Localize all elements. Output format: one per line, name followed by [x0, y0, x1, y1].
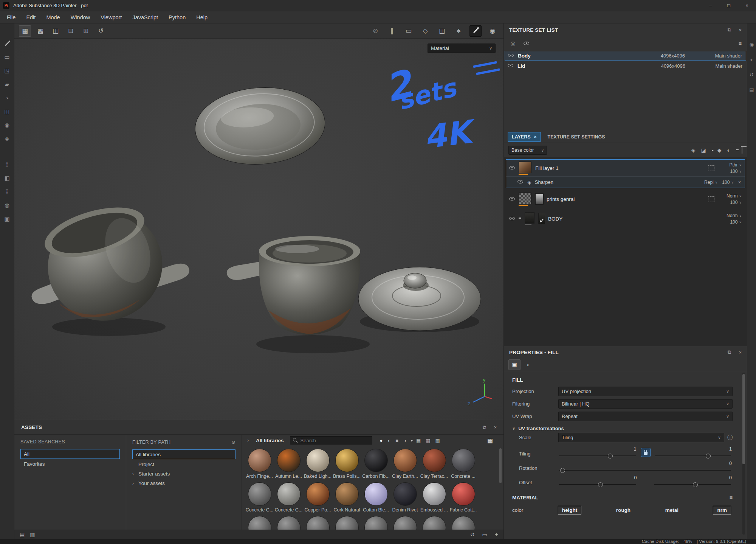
- close-panel-icon[interactable]: ×: [739, 27, 742, 33]
- blend-mode-dropdown[interactable]: Pthr∨: [729, 162, 742, 168]
- viewport-3d-scene[interactable]: 2 sets 4K y z: [14, 39, 503, 420]
- group-mini-thumbnail[interactable]: [538, 213, 545, 224]
- material-sphere-thumb[interactable]: [364, 516, 388, 530]
- material-sphere-thumb[interactable]: [277, 516, 301, 530]
- path-your-assets[interactable]: › Your assets: [132, 479, 235, 488]
- asset-tile[interactable]: Baked Ligh...: [303, 446, 332, 480]
- tiling-slider-x[interactable]: 1: [558, 446, 637, 460]
- tab-texture-set-settings[interactable]: TEXTURE SET SETTINGS: [542, 134, 610, 140]
- filter-smart-materials-icon[interactable]: ◐: [387, 438, 390, 443]
- opacity-dropdown[interactable]: 100∨: [730, 219, 742, 225]
- material-sphere-thumb[interactable]: [335, 482, 359, 506]
- path-project[interactable]: Project: [132, 460, 235, 469]
- paint-brush-tool-icon[interactable]: [3, 40, 11, 47]
- texture-set-row-lid[interactable]: Lid 4096x4096 Main shader: [505, 61, 746, 71]
- material-sphere-thumb[interactable]: [277, 482, 301, 506]
- eye-icon[interactable]: [508, 53, 514, 58]
- uv-wrap-dropdown[interactable]: Repeat ∨: [558, 412, 733, 421]
- detail-view-icon[interactable]: ▥: [30, 532, 35, 538]
- tiling-slider-y[interactable]: 1: [654, 446, 733, 460]
- material-sphere-thumb[interactable]: [423, 449, 446, 472]
- list-view-icon[interactable]: ▤: [20, 532, 25, 538]
- slider-track[interactable]: [655, 455, 731, 456]
- channel-height-button[interactable]: height: [558, 506, 582, 514]
- menu-item-window[interactable]: Window: [65, 11, 96, 23]
- layer-row-fill-layer-1[interactable]: Fill layer 1 Pthr∨ 100∨: [506, 160, 745, 176]
- open-folder-icon[interactable]: ▭: [482, 532, 487, 538]
- menu-item-help[interactable]: Help: [191, 11, 213, 23]
- close-panel-icon[interactable]: ×: [739, 350, 742, 355]
- slider-track[interactable]: [559, 470, 731, 471]
- material-picker-tool-icon[interactable]: ◉: [3, 122, 11, 129]
- show-all-sets-icon[interactable]: ◎: [509, 40, 517, 47]
- asset-tile[interactable]: Denim Rivet: [390, 480, 420, 513]
- tab-close-icon[interactable]: ×: [534, 134, 537, 140]
- asset-tile[interactable]: Carbon Fib...: [361, 446, 390, 480]
- eye-icon[interactable]: [509, 197, 516, 202]
- menu-item-python[interactable]: Python: [163, 11, 191, 23]
- asset-tile[interactable]: Concrete C...: [274, 480, 303, 513]
- eye-icon[interactable]: [509, 166, 516, 171]
- screen-capture-icon[interactable]: ◉: [487, 26, 498, 36]
- particles-icon[interactable]: ∗: [453, 26, 464, 36]
- slider-track[interactable]: [559, 455, 636, 456]
- annotate-brush-icon[interactable]: [469, 25, 482, 37]
- mask-placeholder-icon[interactable]: [708, 165, 714, 171]
- opacity-dropdown[interactable]: 100∨: [730, 169, 742, 174]
- asset-tile-partial[interactable]: [332, 513, 361, 530]
- asset-tile[interactable]: Clay Terrac...: [420, 446, 449, 480]
- offset-y-value[interactable]: 0: [729, 475, 732, 480]
- maximize-button[interactable]: □: [720, 0, 738, 11]
- filter-environments-icon[interactable]: ▨: [435, 438, 440, 443]
- asset-tile[interactable]: Arch Finge...: [245, 446, 274, 480]
- search-input[interactable]: [300, 437, 362, 444]
- material-sphere-thumb[interactable]: [364, 482, 388, 506]
- offset-slider-y[interactable]: 0: [654, 475, 733, 488]
- effect-opacity-dropdown[interactable]: 100∨: [722, 180, 734, 185]
- channel-rough-button[interactable]: rough: [616, 507, 631, 513]
- import-tool-icon[interactable]: ↧: [3, 188, 11, 195]
- add-frame-icon[interactable]: ⊞: [80, 26, 91, 36]
- properties-tab-fill[interactable]: ▣: [508, 359, 521, 370]
- filter-textures-icon[interactable]: ▩: [426, 438, 430, 443]
- symmetry-y-icon[interactable]: ⊟: [65, 26, 76, 36]
- path-starter-assets[interactable]: › Starter assets: [132, 469, 235, 478]
- menu-item-file[interactable]: File: [2, 11, 21, 23]
- camera-settings-icon[interactable]: ◉: [748, 41, 756, 48]
- saved-search-favorites[interactable]: Favorites: [20, 460, 120, 468]
- slider-track[interactable]: [654, 484, 731, 485]
- material-sphere-thumb[interactable]: [423, 482, 446, 506]
- asset-tile[interactable]: Clay Earth...: [390, 446, 420, 480]
- texture-set-row-body[interactable]: Body 4096x4096 Main shader: [505, 51, 746, 61]
- breadcrumb[interactable]: All libraries: [256, 438, 284, 443]
- history-icon[interactable]: ↺: [748, 71, 756, 78]
- slider-handle[interactable]: [608, 454, 613, 459]
- asset-tile[interactable]: Concrete ...: [449, 446, 478, 480]
- blend-mode-dropdown[interactable]: Norm∨: [727, 193, 742, 199]
- asset-tile[interactable]: Fabric Cott...: [449, 480, 478, 513]
- filter-filters-icon[interactable]: ◑: [403, 438, 406, 443]
- material-sphere-thumb[interactable]: [452, 516, 475, 530]
- channel-filter-dropdown[interactable]: Base color ∨: [508, 146, 547, 155]
- asset-tile[interactable]: Concrete C...: [245, 480, 274, 513]
- asset-scrollbar-thumb[interactable]: [499, 448, 502, 483]
- material-sphere-thumb[interactable]: [306, 516, 330, 530]
- menu-item-javascript[interactable]: JavaScript: [127, 11, 163, 23]
- slider-handle[interactable]: [706, 454, 711, 459]
- texture-set-filter-icon[interactable]: ≡: [739, 40, 742, 47]
- tab-layers[interactable]: LAYERS ×: [508, 132, 541, 142]
- filter-materials-icon[interactable]: ●: [380, 438, 383, 443]
- channel-metal-button[interactable]: metal: [665, 507, 679, 513]
- eye-icon[interactable]: [508, 64, 514, 68]
- slider-track[interactable]: [559, 484, 636, 485]
- viewport-mode-icon[interactable]: ▭: [403, 26, 414, 36]
- link-lock-icon[interactable]: [641, 448, 651, 457]
- eraser-tool-icon[interactable]: ▭: [3, 54, 11, 61]
- asset-tile-partial[interactable]: [303, 513, 332, 530]
- layer-row-prints-genral[interactable]: prints genral Norm∨ 100∨: [506, 190, 745, 208]
- tiling-x-value[interactable]: 1: [634, 446, 637, 452]
- asset-tile[interactable]: Autumn Le...: [274, 446, 303, 480]
- asset-tile-partial[interactable]: [245, 513, 274, 530]
- slider-handle[interactable]: [693, 482, 698, 487]
- blend-mode-dropdown[interactable]: Norm∨: [727, 213, 742, 218]
